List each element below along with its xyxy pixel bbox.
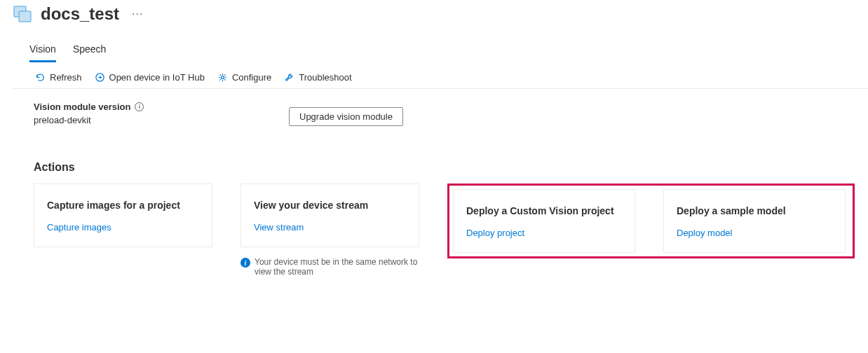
toolbar: Refresh Open device in IoT Hub Configure (13, 65, 868, 89)
module-version-label: Vision module version i (34, 102, 272, 112)
deploy-model-link[interactable]: Deploy model (677, 228, 832, 238)
troubleshoot-label: Troubleshoot (299, 72, 351, 83)
wrench-icon (284, 72, 294, 83)
tab-speech[interactable]: Speech (73, 39, 106, 62)
actions-section-title: Actions (34, 161, 847, 174)
troubleshoot-button[interactable]: Troubleshoot (284, 72, 351, 83)
hint-text: Your device must be in the same network … (255, 257, 419, 277)
configure-label: Configure (232, 72, 271, 83)
module-version-row: Vision module version i preload-devkit U… (34, 102, 847, 126)
open-iot-hub-label: Open device in IoT Hub (109, 72, 205, 83)
info-icon[interactable]: i (135, 102, 144, 111)
open-iot-hub-button[interactable]: Open device in IoT Hub (95, 72, 205, 83)
info-icon: i (240, 258, 250, 268)
configure-button[interactable]: Configure (217, 72, 271, 83)
refresh-icon (35, 72, 46, 83)
resource-icon (13, 4, 32, 24)
page-header: docs_test ··· (13, 4, 868, 35)
refresh-button[interactable]: Refresh (35, 72, 82, 83)
svg-point-3 (221, 76, 224, 78)
deploy-project-link[interactable]: Deploy project (466, 228, 622, 238)
refresh-label: Refresh (50, 72, 82, 83)
capture-images-link[interactable]: Capture images (47, 222, 199, 233)
module-version-value: preload-devkit (34, 115, 272, 125)
deploy-highlight: Deploy a Custom Vision project Deploy pr… (447, 184, 855, 258)
more-button[interactable]: ··· (128, 8, 147, 20)
card-title: Deploy a Custom Vision project (466, 205, 622, 216)
card-deploy-custom-vision: Deploy a Custom Vision project Deploy pr… (453, 189, 635, 253)
card-capture-images: Capture images for a project Capture ima… (34, 184, 212, 247)
page-title: docs_test (41, 4, 119, 24)
tabs-bar: Vision Speech (13, 39, 868, 62)
card-title: Deploy a sample model (677, 205, 832, 216)
gear-icon (217, 72, 228, 83)
view-stream-link[interactable]: View stream (254, 222, 406, 233)
svg-rect-1 (19, 11, 31, 22)
tab-vision[interactable]: Vision (29, 39, 56, 62)
card-title: View your device stream (254, 200, 406, 211)
card-view-stream: View your device stream View stream (240, 184, 419, 247)
card-deploy-sample-model: Deploy a sample model Deploy model (663, 189, 846, 253)
module-version-label-text: Vision module version (34, 102, 130, 112)
card-title: Capture images for a project (47, 200, 199, 211)
arrow-right-circle-icon (95, 72, 105, 83)
stream-network-hint: i Your device must be in the same networ… (240, 257, 419, 277)
upgrade-vision-module-button[interactable]: Upgrade vision module (289, 107, 403, 126)
